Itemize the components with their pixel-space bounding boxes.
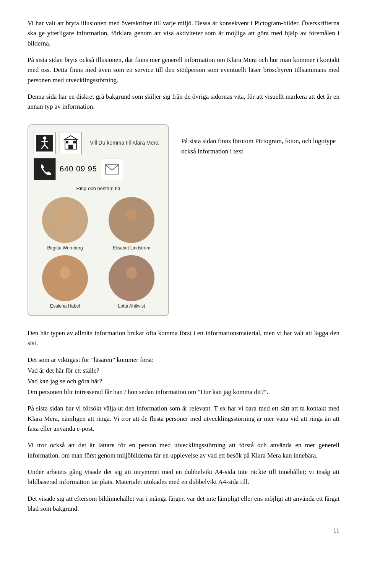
page: Vi har valt att bryta illusionen med öve… xyxy=(0,0,367,551)
paragraph-12: Det visade sig att eftersom bildinnehåll… xyxy=(28,494,339,514)
paragraph-8: Om personen blir intresserad får han / h… xyxy=(28,387,339,397)
person-4-photo xyxy=(109,255,154,301)
person-1: Birgitta Wernberg xyxy=(34,197,96,252)
svg-point-24 xyxy=(122,280,141,293)
person-1-name: Birgitta Wernberg xyxy=(47,244,83,252)
paragraph-9: På sista sidan har vi försökt välja ut d… xyxy=(28,404,339,434)
people-grid: Birgitta Wernberg Elisabet Lindström xyxy=(34,197,163,310)
svg-point-21 xyxy=(55,280,75,293)
mid-section: Vill Du komma till Klara Mera 640 09 95 xyxy=(28,124,339,316)
svg-rect-10 xyxy=(73,141,76,143)
brochure-image: Vill Du komma till Klara Mera 640 09 95 xyxy=(28,124,169,316)
person-3: Evalena Habel xyxy=(34,255,96,310)
person-2: Elisabet Lindström xyxy=(100,197,163,252)
svg-point-15 xyxy=(55,222,75,235)
person-2-photo xyxy=(109,197,154,243)
pictogram-building-icon xyxy=(60,132,82,154)
person-4: Lotta Ahikvist xyxy=(100,255,163,310)
paragraph-7: Vad kan jag se och göra här? xyxy=(28,376,339,386)
paragraph-2: På sista sidan bryts också illusionen, d… xyxy=(28,55,339,85)
svg-point-16 xyxy=(60,208,70,221)
svg-rect-12 xyxy=(104,161,120,178)
page-number: 11 xyxy=(333,526,339,536)
person-3-name: Evalena Habel xyxy=(50,303,80,310)
ring-text: Ring och bestäm tid xyxy=(34,185,163,192)
person-3-photo xyxy=(42,255,88,301)
svg-point-22 xyxy=(60,267,70,279)
svg-rect-9 xyxy=(66,141,68,143)
brochure-header: Vill Du komma till Klara Mera xyxy=(34,132,163,154)
phone-row: 640 09 95 xyxy=(34,158,163,180)
paragraph-5: Det som är viktigast för ”läsaren” komme… xyxy=(28,355,339,365)
person-2-name: Elisabet Lindström xyxy=(113,244,151,252)
paragraph-6: Vad är det här för ett ställe? xyxy=(28,366,339,376)
svg-rect-8 xyxy=(68,145,73,149)
paragraph-11: Under arbetets gång visade det sig att u… xyxy=(28,467,339,487)
paragraph-1: Vi har valt att bryta illusionen med öve… xyxy=(28,18,339,49)
paragraph-4: Den här typen av allmän information bruk… xyxy=(28,328,339,349)
brochure-title: Vill Du komma till Klara Mera xyxy=(86,139,163,147)
envelope-icon xyxy=(101,158,123,180)
svg-point-18 xyxy=(122,222,141,235)
svg-point-19 xyxy=(126,208,137,221)
paragraph-3: Denna sida har en diskret grå bakgrund s… xyxy=(28,92,339,112)
paragraph-10: Vi tror också att det är lättare för en … xyxy=(28,440,339,461)
svg-point-1 xyxy=(43,136,47,140)
person-4-name: Lotta Ahikvist xyxy=(118,303,145,310)
pictogram-person-icon xyxy=(34,132,56,154)
phone-number: 640 09 95 xyxy=(60,163,97,175)
svg-point-25 xyxy=(126,267,137,279)
caption-text: På sista sidan finns förutom Pictogram, … xyxy=(181,124,339,156)
phone-icon xyxy=(34,158,56,180)
person-1-photo xyxy=(42,197,88,243)
